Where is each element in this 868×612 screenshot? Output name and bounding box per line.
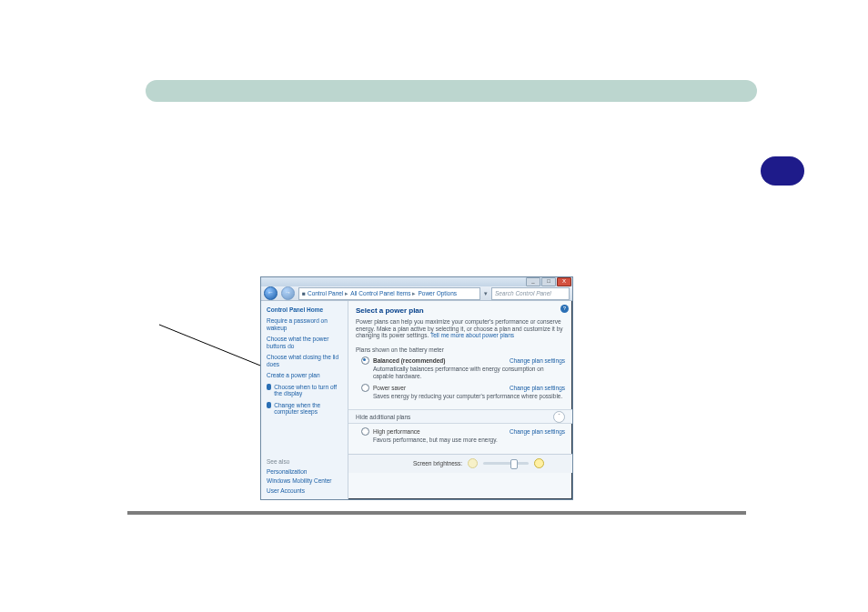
search-placeholder: Search Control Panel [495, 290, 551, 296]
plan-desc: Favors performance, but may use more ene… [373, 436, 565, 443]
radio-high-performance[interactable] [361, 427, 369, 436]
page-footer-rule [127, 511, 746, 515]
see-also-user-accounts[interactable]: User Accounts [267, 487, 342, 494]
plan-power-saver: Power saver Change plan settings Saves e… [361, 384, 565, 399]
sidebar: Control Panel Home Require a password on… [261, 301, 348, 499]
change-plan-settings-link[interactable]: Change plan settings [510, 357, 565, 364]
radio-power-saver[interactable] [361, 384, 369, 392]
plan-desc: Automatically balances performance with … [373, 366, 565, 379]
breadcrumb-item[interactable]: Power Options [418, 290, 457, 296]
intro-text: Power plans can help you maximize your c… [356, 318, 565, 338]
main-panel: ? Select a power plan Power plans can he… [348, 301, 572, 499]
control-panel-home-link[interactable]: Control Panel Home [267, 306, 342, 313]
plan-name: Balanced (recommended) [373, 357, 445, 364]
sidebar-link-closing-lid[interactable]: Choose what closing the lid does [267, 354, 342, 367]
window-titlebar: _ □ X [261, 277, 572, 286]
breadcrumb-item[interactable]: Control Panel [308, 290, 343, 296]
decorative-pill [761, 156, 804, 186]
forward-button[interactable]: → [281, 286, 295, 300]
page-title: Select a power plan [356, 306, 565, 315]
brightness-slider[interactable] [483, 462, 529, 465]
plan-balanced: Balanced (recommended) Change plan setti… [361, 356, 565, 379]
hide-additional-plans-bar[interactable]: Hide additional plans ˄ [348, 409, 572, 424]
close-button[interactable]: X [557, 277, 571, 286]
sidebar-link-create-plan[interactable]: Create a power plan [267, 372, 342, 378]
breadcrumb-item[interactable]: All Control Panel Items [350, 290, 410, 296]
shield-icon [267, 402, 271, 408]
see-also-mobility-center[interactable]: Windows Mobility Center [267, 477, 342, 484]
brightness-label: Screen brightness: [413, 460, 462, 467]
learn-more-link[interactable]: Tell me more about power plans [430, 332, 514, 338]
back-button[interactable]: ← [264, 286, 278, 300]
power-options-window: _ □ X ← → ■ Control Panel▸ All Control P… [260, 276, 573, 500]
plan-desc: Saves energy by reducing your computer's… [373, 393, 565, 399]
help-icon[interactable]: ? [560, 305, 569, 313]
brightness-bar: Screen brightness: [348, 454, 572, 473]
plan-high-performance: High performance Change plan settings Fa… [361, 427, 565, 443]
plan-name: Power saver [373, 385, 406, 391]
breadcrumb[interactable]: ■ Control Panel▸ All Control Panel Items… [298, 287, 480, 300]
search-input[interactable]: Search Control Panel [491, 287, 570, 300]
shield-icon [267, 384, 271, 390]
maximize-button[interactable]: □ [541, 277, 556, 286]
address-bar: ← → ■ Control Panel▸ All Control Panel I… [261, 286, 572, 301]
see-also-section: See also Personalization Windows Mobilit… [267, 458, 342, 494]
sidebar-link-power-buttons[interactable]: Choose what the power buttons do [267, 336, 342, 349]
sidebar-link-computer-sleeps[interactable]: Change when the computer sleeps [267, 402, 342, 416]
decorative-band [146, 80, 757, 102]
sidebar-link-turn-off-display[interactable]: Choose when to turn off the display [267, 384, 342, 397]
change-plan-settings-link[interactable]: Change plan settings [510, 385, 565, 391]
plan-name: High performance [373, 428, 420, 435]
sun-bright-icon [534, 458, 544, 468]
collapse-icon[interactable]: ˄ [553, 411, 565, 423]
sidebar-link-require-password[interactable]: Require a password on wakeup [267, 317, 342, 331]
see-also-personalization[interactable]: Personalization [267, 468, 342, 475]
change-plan-settings-link[interactable]: Change plan settings [510, 428, 565, 435]
minimize-button[interactable]: _ [526, 277, 540, 286]
see-also-header: See also [267, 458, 342, 465]
sun-dim-icon [468, 458, 478, 468]
plans-shown-header: Plans shown on the battery meter [356, 346, 565, 353]
radio-balanced[interactable] [361, 356, 369, 365]
